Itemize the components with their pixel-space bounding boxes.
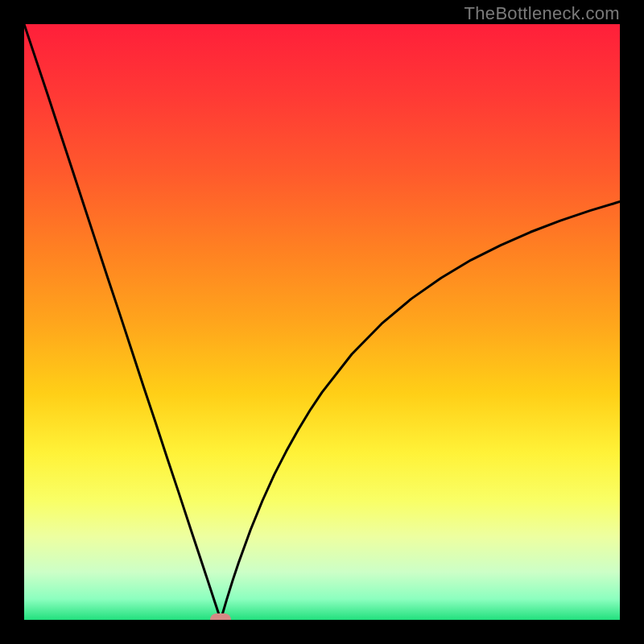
bottleneck-curve: [24, 24, 620, 620]
optimal-point-marker: [210, 613, 231, 620]
chart-frame: TheBottleneck.com: [0, 0, 644, 644]
plot-area: [24, 24, 620, 620]
watermark-text: TheBottleneck.com: [464, 3, 620, 24]
